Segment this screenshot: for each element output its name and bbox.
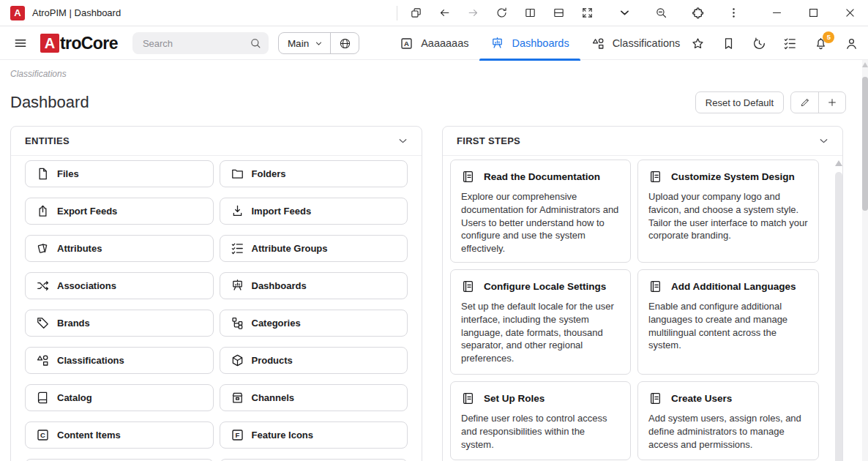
layers-icon <box>36 241 50 255</box>
entity-button-classifications[interactable]: Classifications <box>25 347 214 374</box>
entity-button-feature-icons[interactable]: FFeature Icons <box>220 421 408 449</box>
fullscreen-icon <box>581 7 594 19</box>
entity-button-folders[interactable]: Folders <box>220 160 408 187</box>
panel-scrollbar[interactable] <box>835 159 842 461</box>
entity-button-products[interactable]: Products <box>220 347 408 374</box>
entity-button-associations[interactable]: Associations <box>25 272 214 299</box>
fullscreen-button[interactable] <box>573 0 602 26</box>
tab-aaaaaaas[interactable]: A Aaaaaaas <box>389 27 479 60</box>
history-button[interactable] <box>752 37 766 50</box>
search-icon[interactable] <box>250 37 261 49</box>
edit-dashboard-button[interactable] <box>791 92 818 113</box>
zoom-button[interactable] <box>647 0 676 26</box>
panel-scrollbar-thumb[interactable] <box>835 172 842 461</box>
entity-label: Files <box>57 168 79 179</box>
shuffle-icon <box>36 279 50 293</box>
card-customize-system-design[interactable]: Customize System Design Upload your comp… <box>637 160 819 263</box>
minimize-button[interactable] <box>758 0 795 26</box>
collapse-toolbar-button[interactable] <box>610 0 639 26</box>
card-create-users[interactable]: Create Users Add system users, assign ro… <box>637 381 819 460</box>
hamburger-menu-button[interactable] <box>10 33 31 53</box>
tab-overview-button[interactable] <box>402 0 430 26</box>
letter-f-box-icon: F <box>231 428 244 442</box>
notifications-button[interactable]: 5 <box>814 37 828 50</box>
entity-label: Classifications <box>57 355 124 366</box>
bookmarks-button[interactable] <box>722 37 736 50</box>
card-set-up-roles[interactable]: Set Up Roles Define user roles to contro… <box>450 381 631 460</box>
pencil-icon <box>799 97 811 108</box>
dashboard-select-value: Main <box>288 38 309 49</box>
checklist-icon <box>231 241 244 255</box>
dashboard-select[interactable]: Main <box>279 33 330 53</box>
hamburger-icon <box>13 36 28 50</box>
page-scrollbar[interactable] <box>862 60 868 461</box>
tab-classifications[interactable]: Classifications <box>580 27 692 60</box>
page-actions: Reset to Default <box>695 91 846 113</box>
minimize-icon <box>771 7 783 19</box>
add-dashlet-button[interactable] <box>818 92 845 113</box>
scroll-up-arrow-icon[interactable] <box>862 62 868 67</box>
card-body: Enable and configure additional language… <box>648 300 808 352</box>
tab-label: Classifications <box>613 37 681 49</box>
browser-menu-button[interactable] <box>719 0 748 26</box>
entity-button-attribute-groups[interactable]: Attribute Groups <box>220 235 408 262</box>
entity-button-categories[interactable]: Categories <box>220 310 408 337</box>
card-body: Upload your company logo and favicon, an… <box>648 190 808 242</box>
entity-button-channels[interactable]: Channels <box>220 384 408 411</box>
back-button[interactable] <box>430 0 459 26</box>
card-body: Add system users, assign roles, and defi… <box>648 412 808 451</box>
entity-button-catalog[interactable]: Catalog <box>25 384 214 411</box>
language-globe-button[interactable] <box>331 33 359 53</box>
svg-text:A: A <box>404 39 409 47</box>
card-read-the-documentation[interactable]: Read the Documentation Explore our compr… <box>450 160 631 263</box>
entity-label: Dashboards <box>252 280 307 291</box>
svg-text:C: C <box>40 431 45 439</box>
card-add-additional-languages[interactable]: Add Additional Languages Enable and conf… <box>637 269 819 375</box>
split-view-vertical-button[interactable] <box>516 0 545 26</box>
atrocore-logo[interactable]: A troCore <box>40 34 118 53</box>
breadcrumb[interactable]: Classifications <box>10 69 67 79</box>
storefront-icon <box>231 391 244 405</box>
export-icon <box>36 204 50 218</box>
tasks-button[interactable] <box>783 37 797 50</box>
first-steps-panel-title: FIRST STEPS <box>457 135 520 146</box>
card-title: Configure Locale Settings <box>484 281 606 292</box>
scroll-up-arrow-icon[interactable] <box>835 160 842 166</box>
search-input[interactable] <box>141 37 250 50</box>
entity-button-attributes[interactable]: Attributes <box>25 235 214 262</box>
entity-button-import-feeds[interactable]: Import Feeds <box>220 198 408 225</box>
close-button[interactable] <box>831 0 868 26</box>
favorites-button[interactable] <box>691 37 705 50</box>
entity-button-export-feeds[interactable]: Export Feeds <box>25 198 214 225</box>
journal-icon <box>648 280 662 293</box>
reload-button[interactable] <box>487 0 516 26</box>
app-header: A troCore Main A Aaaaaaas Dashboards <box>0 27 868 60</box>
card-configure-locale-settings[interactable]: Configure Locale Settings Set up the def… <box>450 269 631 375</box>
page-scrollbar-thumb[interactable] <box>862 77 868 211</box>
card-body: Explore our comprehensive documentation … <box>461 190 620 255</box>
global-search <box>132 32 269 54</box>
entity-button-dashboards[interactable]: Dashboards <box>220 272 408 299</box>
entity-label: Catalog <box>57 392 92 403</box>
maximize-button[interactable] <box>795 0 831 26</box>
first-steps-collapse-button[interactable] <box>818 135 830 147</box>
forward-button[interactable] <box>459 0 487 26</box>
reset-to-default-button[interactable]: Reset to Default <box>695 91 784 113</box>
entity-button-files[interactable]: Files <box>25 160 214 187</box>
entity-button-content-items[interactable]: CContent Items <box>25 421 214 449</box>
entity-label: Export Feeds <box>57 206 117 217</box>
journal-icon <box>461 170 475 184</box>
favicon: A <box>10 6 25 20</box>
journal-icon <box>461 391 475 405</box>
file-icon <box>36 167 50 181</box>
tab-dashboards[interactable]: Dashboards <box>479 27 580 60</box>
user-menu-button[interactable] <box>845 37 858 50</box>
entities-collapse-button[interactable] <box>397 135 409 147</box>
main-navigation: A Aaaaaaas Dashboards Classifications <box>389 27 691 60</box>
entity-button-brands[interactable]: Brands <box>25 310 214 337</box>
chevron-down-icon <box>618 7 631 19</box>
extensions-button[interactable] <box>684 0 712 26</box>
tab-label: Aaaaaaas <box>421 37 468 49</box>
split-view-horizontal-button[interactable] <box>545 0 573 26</box>
entities-panel-header: ENTITIES <box>11 127 422 156</box>
